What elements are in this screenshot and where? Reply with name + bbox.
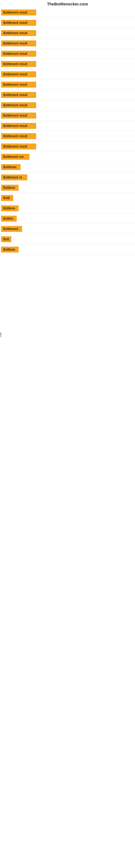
bottleneck-result-bar: Bottleneck result	[1, 51, 36, 57]
bottleneck-result-bar: Bottleneck result	[1, 113, 36, 119]
bottleneck-result-bar: Bottleneck result	[1, 20, 36, 26]
list-item: Bottleneck result	[0, 69, 135, 80]
list-item: Bottleneck re	[0, 172, 135, 183]
list-item: Bottleneck result	[0, 38, 135, 49]
list-item: Bottlene	[0, 183, 135, 193]
bottleneck-result-bar: Bottleneck result	[1, 123, 36, 129]
list-item: Bottleneck result	[0, 28, 135, 38]
list-item: Bottleneck result	[0, 80, 135, 90]
bottleneck-result-bar: Bottleneck res	[1, 154, 30, 160]
bottleneck-result-bar: Bottleneck result	[1, 61, 36, 67]
bottleneck-result-bar: Bottleneck result	[1, 102, 36, 108]
bottleneck-result-bar: Bottleneck re	[1, 175, 27, 180]
small-label: small	[0, 333, 2, 337]
list-item: Bottleneck res	[0, 152, 135, 162]
list-item: Bottleneck	[0, 224, 135, 234]
bottleneck-result-bar: Bottleneck result	[1, 144, 36, 150]
list-item: Bottleneck result	[0, 7, 135, 18]
bottleneck-result-bar: Bottleneck result	[1, 82, 36, 88]
bottleneck-result-bar: Bottleneck result	[1, 9, 36, 16]
list-item: Bottleneck result	[0, 59, 135, 69]
bottleneck-result-bar: Bott	[1, 236, 11, 242]
list-item: Bottleneck result	[0, 90, 135, 100]
list-item: Bott	[0, 234, 135, 244]
list-item: Bottleneck result	[0, 131, 135, 141]
list-item: Bottlen	[0, 214, 135, 224]
bottleneck-result-bar: Bottlene	[1, 247, 18, 252]
list-item: Bottl	[0, 193, 135, 203]
list-item: Bottlene	[0, 244, 135, 255]
bottleneck-result-bar: Bottleneck result	[1, 71, 36, 77]
bottleneck-result-bar: Bottleneck	[1, 226, 22, 232]
bottleneck-result-bar: Bottlenec	[1, 164, 20, 170]
list-item: Bottleneck result	[0, 141, 135, 152]
bottleneck-result-bar: Bottlene	[1, 205, 18, 211]
bottleneck-result-bar: Bottleneck result	[1, 133, 36, 139]
bottleneck-result-bar: Bottleneck result	[1, 40, 36, 46]
list-item: Bottleneck result	[0, 111, 135, 121]
list-item: Bottlenec	[0, 162, 135, 172]
bottleneck-result-bar: Bottleneck result	[1, 30, 36, 36]
bottleneck-result-bar: Bottlen	[1, 216, 17, 222]
list-item: Bottlene	[0, 203, 135, 214]
bottleneck-result-bar: Bottlene	[1, 185, 18, 191]
bottleneck-result-bar: Bottleneck result	[1, 92, 36, 98]
list-item: Bottleneck result	[0, 100, 135, 111]
rows-container: Bottleneck resultBottleneck resultBottle…	[0, 7, 135, 255]
list-item: Bottleneck result	[0, 18, 135, 28]
list-item: Bottleneck result	[0, 121, 135, 131]
site-title: TheBottlenecker.com	[0, 0, 135, 7]
bottleneck-result-bar: Bottl	[1, 195, 13, 201]
list-item: Bottleneck result	[0, 49, 135, 59]
